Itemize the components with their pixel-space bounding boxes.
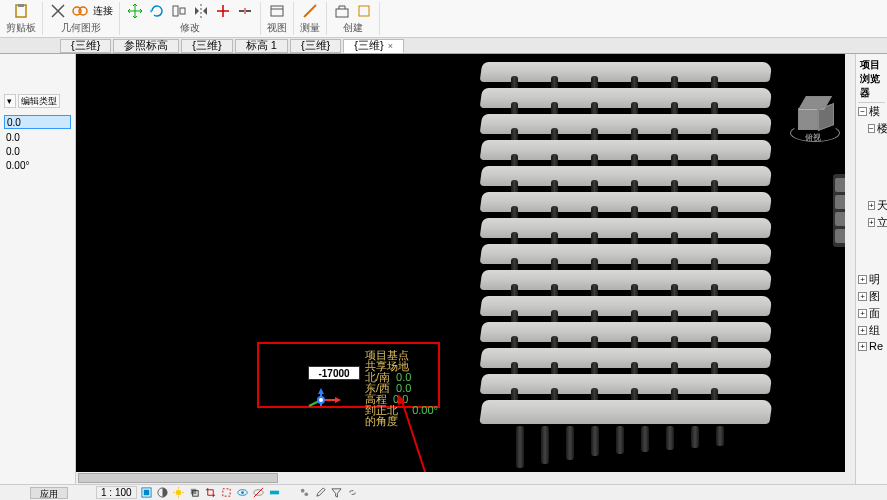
- doc-tab[interactable]: 参照标高: [113, 39, 179, 53]
- ribbon-label-view: 视图: [267, 21, 287, 35]
- svg-point-28: [301, 489, 305, 493]
- rotate-icon[interactable]: [148, 2, 166, 20]
- horizontal-scrollbar[interactable]: [76, 472, 855, 484]
- svg-rect-1: [18, 4, 24, 7]
- ribbon-label-measure: 测量: [300, 21, 320, 35]
- document-tab-bar: × {三维} 参照标高 {三维} 标高 1 {三维} {三维}×: [0, 38, 887, 54]
- tree-expand-icon[interactable]: +: [858, 275, 867, 284]
- tree-label[interactable]: Re: [869, 340, 883, 352]
- doc-tab[interactable]: {三维}: [60, 39, 111, 53]
- doc-tab[interactable]: {三维}: [290, 39, 341, 53]
- building-base: [496, 426, 756, 470]
- vertical-scrollbar[interactable]: [845, 54, 855, 474]
- ribbon-group-clipboard: 剪贴板: [0, 2, 43, 35]
- tree-label[interactable]: 模: [869, 104, 880, 119]
- ribbon-group-geometry: 连接 几何图形: [43, 2, 120, 35]
- ribbon-label-geometry: 几何图形: [61, 21, 101, 35]
- mirror-icon[interactable]: [192, 2, 210, 20]
- create-icon-2[interactable]: [355, 2, 373, 20]
- tree-expand-icon[interactable]: +: [858, 326, 867, 335]
- tree-expand-icon[interactable]: +: [868, 201, 875, 210]
- tree-label[interactable]: 组: [869, 323, 880, 338]
- measure-icon[interactable]: [301, 2, 319, 20]
- svg-point-24: [241, 491, 244, 494]
- property-input-0[interactable]: [4, 115, 71, 129]
- detail-level-icon[interactable]: [141, 487, 153, 499]
- view-icon[interactable]: [268, 2, 286, 20]
- scrollbar-thumb[interactable]: [78, 473, 278, 483]
- tree-label[interactable]: 天: [877, 198, 887, 213]
- split-icon[interactable]: [236, 2, 254, 20]
- doc-tab[interactable]: {三维}: [181, 39, 232, 53]
- trim-icon[interactable]: [214, 2, 232, 20]
- cut-icon[interactable]: [49, 2, 67, 20]
- svg-rect-5: [180, 8, 185, 14]
- tab-close-icon[interactable]: ×: [388, 41, 393, 51]
- edit-type-button[interactable]: 编辑类型: [18, 94, 60, 108]
- svg-marker-12: [335, 397, 341, 403]
- svg-rect-8: [359, 6, 369, 16]
- ribbon-label-create: 创建: [343, 21, 363, 35]
- reveal-icon[interactable]: [269, 487, 281, 499]
- paste-icon[interactable]: [12, 2, 30, 20]
- link-icon[interactable]: [347, 487, 359, 499]
- crop-icon[interactable]: [205, 487, 217, 499]
- viewcube-label: 俯视: [805, 132, 821, 143]
- elevation-input[interactable]: [308, 366, 360, 380]
- crop-visible-icon[interactable]: [221, 487, 233, 499]
- tab-label: 参照标高: [124, 38, 168, 53]
- basepoint-gizmo[interactable]: [301, 388, 341, 408]
- visual-style-icon[interactable]: [157, 487, 169, 499]
- shadows-icon[interactable]: [189, 487, 201, 499]
- svg-point-19: [176, 490, 182, 496]
- ribbon-group-create: 创建: [327, 2, 380, 35]
- tree-expand-icon[interactable]: −: [858, 107, 867, 116]
- svg-rect-20: [191, 489, 197, 495]
- tree-label[interactable]: 楼: [877, 121, 887, 136]
- tab-label: {三维}: [71, 38, 100, 53]
- tree-expand-icon[interactable]: +: [858, 292, 867, 301]
- view-cube[interactable]: 俯视: [795, 94, 835, 134]
- doc-tab-active[interactable]: {三维}×: [343, 39, 404, 53]
- tree-label[interactable]: 明: [869, 272, 880, 287]
- sun-path-icon[interactable]: [173, 487, 185, 499]
- align-icon[interactable]: [170, 2, 188, 20]
- apply-button[interactable]: 应用: [30, 487, 68, 499]
- status-bar: 应用 1 : 100: [0, 484, 887, 500]
- scale-display[interactable]: 1 : 100: [96, 486, 137, 499]
- properties-panel: ▾ 编辑类型 0.0 0.0 0.00°: [0, 54, 76, 484]
- info-angle-val: 0.00°: [412, 405, 438, 427]
- filter-icon[interactable]: [331, 487, 343, 499]
- hide-icon[interactable]: [237, 487, 249, 499]
- temp-hide-icon[interactable]: [253, 487, 265, 499]
- svg-rect-6: [271, 6, 283, 16]
- viewport-3d[interactable]: // floors drawn via repeated divs below …: [76, 54, 855, 484]
- tab-label: {三维}: [354, 38, 383, 53]
- join-icon[interactable]: [71, 2, 89, 20]
- editable-icon[interactable]: [315, 487, 327, 499]
- ribbon-group-modify: 修改: [120, 2, 261, 35]
- svg-rect-7: [336, 9, 348, 17]
- tree-expand-icon[interactable]: +: [868, 218, 875, 227]
- move-icon[interactable]: [126, 2, 144, 20]
- tree-expand-icon[interactable]: +: [858, 342, 867, 351]
- tab-label: 标高 1: [246, 38, 277, 53]
- doc-tab[interactable]: 标高 1: [235, 39, 288, 53]
- svg-rect-27: [270, 491, 279, 495]
- connect-label[interactable]: 连接: [93, 4, 113, 18]
- ribbon-label-clipboard: 剪贴板: [6, 21, 36, 35]
- tree-label[interactable]: 图: [869, 289, 880, 304]
- worksets-icon[interactable]: [299, 487, 311, 499]
- callout-highlight: 项目基点 共享场地 北/南0.0 东/西0.0 高程0.0 到正北的角度0.00…: [257, 342, 440, 408]
- ribbon-group-view: 视图: [261, 2, 294, 35]
- tree-label[interactable]: 面: [869, 306, 880, 321]
- browser-title: 项目浏览器: [858, 56, 885, 103]
- prop-dropdown[interactable]: ▾: [4, 94, 16, 108]
- tree-expand-icon[interactable]: +: [858, 309, 867, 318]
- property-value-2: 0.0: [4, 146, 71, 157]
- tree-label[interactable]: 立: [877, 215, 887, 230]
- info-angle-label: 到正北的角度: [365, 405, 406, 427]
- tree-expand-icon[interactable]: −: [868, 124, 875, 133]
- svg-point-3: [79, 7, 87, 15]
- create-icon[interactable]: [333, 2, 351, 20]
